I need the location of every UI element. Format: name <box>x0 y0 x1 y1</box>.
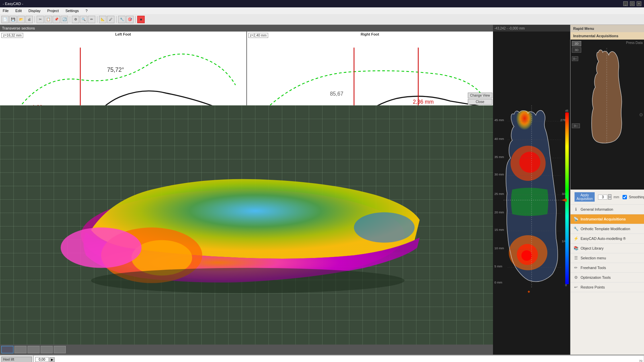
menu-optimization[interactable]: ⚙ Optimization Tools <box>571 273 644 282</box>
pressure-panel: -43,242 - -0,000 mm <box>493 25 570 355</box>
btn-2d[interactable]: 2D <box>572 41 581 46</box>
instrumental-acq-icon: 📡 <box>573 216 579 222</box>
tb-copy[interactable]: 📋 <box>45 16 52 23</box>
tb-zoom[interactable]: 🔍 <box>80 16 87 23</box>
btn-3d[interactable]: 3D <box>572 47 581 53</box>
svg-text:0: 0 <box>565 283 567 287</box>
window-controls: _ □ × <box>623 1 641 6</box>
menu-file[interactable]: File <box>1 9 10 13</box>
menu-instrumental-acq[interactable]: 📡 Instrumental Acquisitions <box>571 214 644 224</box>
view-strip <box>0 345 493 355</box>
freehand-label: Freehand Tools <box>581 266 606 270</box>
menu-help[interactable]: ? <box>84 9 89 13</box>
tb-sep5 <box>135 16 136 23</box>
view-thumb-5[interactable] <box>54 346 66 353</box>
menu-display[interactable]: Display <box>27 9 42 13</box>
press-data-controls: 0─ 0─ <box>572 56 578 61</box>
acq-up-arrow[interactable]: ▲ <box>608 194 611 197</box>
svg-text:⬥: ⬥ <box>527 289 530 294</box>
restore-label: Restore Points <box>581 285 605 289</box>
tb-tools[interactable]: 🔧 <box>118 16 126 23</box>
view3d <box>0 105 493 345</box>
close-btn[interactable]: × <box>637 1 641 6</box>
selection-label: Selection menu <box>581 256 606 260</box>
tb-open[interactable]: 📂 <box>17 16 25 23</box>
top-input[interactable]: 0─ <box>572 56 578 61</box>
easycad-icon: ⚡ <box>573 236 579 241</box>
menu-settings[interactable]: Settings <box>64 9 80 13</box>
optimization-label: Optimization Tools <box>581 275 611 279</box>
heel-lift-btn[interactable]: Heel lift <box>1 357 32 362</box>
acquisition-controls: Apply Acquisition ▲ ▼ mm Smoothing <box>571 190 644 205</box>
tb-stop[interactable]: ■ <box>137 16 145 23</box>
value-input-container: ▶ <box>35 357 55 362</box>
acq-arrows: ▲ ▼ <box>608 194 611 200</box>
svg-point-15 <box>61 227 142 268</box>
tb-settings[interactable]: ⚙ <box>72 16 79 23</box>
left-foot-section: Left Foot z=16,32 mm 75,72° <box>0 32 247 105</box>
smoothing-checkbox[interactable] <box>623 195 627 199</box>
tb-save[interactable]: 💾 <box>9 16 17 23</box>
bottom-input[interactable]: 0─ <box>572 123 580 128</box>
graph-area: ▶ 70 60 50 <box>34 355 644 362</box>
menu-project[interactable]: Project <box>46 9 60 13</box>
instrumental-acq-section-title: Instrumental Acquisitions <box>571 32 644 40</box>
menu-edit[interactable]: Edit <box>14 9 23 13</box>
object-library-icon: 📚 <box>573 246 579 251</box>
tb-cut[interactable]: ✂ <box>37 16 44 23</box>
graph-value-input[interactable] <box>35 357 49 362</box>
svg-text:0 mm: 0 mm <box>494 280 502 284</box>
tb-target[interactable]: 🎯 <box>126 16 134 23</box>
svg-text:35 mm: 35 mm <box>494 155 504 159</box>
app-title: - EasyCAD - <box>3 2 23 6</box>
menu-selection[interactable]: ☰ Selection menu <box>571 253 644 263</box>
svg-text:278: 278 <box>560 118 566 122</box>
tb-measure[interactable]: 📐 <box>99 16 106 23</box>
menu-freehand[interactable]: ✏ Freehand Tools <box>571 263 644 273</box>
menu-restore-points[interactable]: ↩ Restore Points <box>571 282 644 292</box>
right-sidebar: Rapid Menu Instrumental Acquisitions Pre… <box>570 25 644 355</box>
view-thumb-4[interactable] <box>41 346 53 353</box>
menu-object-library[interactable]: 📚 Object Library <box>571 244 644 253</box>
minimize-btn[interactable]: _ <box>623 1 628 6</box>
restore-icon: ↩ <box>573 285 579 290</box>
titlebar: - EasyCAD - _ □ × <box>0 0 644 7</box>
acq-value-input[interactable] <box>598 195 607 200</box>
graph-value-arrow[interactable]: ▶ <box>49 357 55 362</box>
tb-new[interactable]: 📄 <box>1 16 9 23</box>
menu-easycad-auto[interactable]: ⚡ EasyCAD Auto-modelling ® <box>571 234 644 244</box>
maximize-btn[interactable]: □ <box>630 1 635 6</box>
acq-down-arrow[interactable]: ▼ <box>608 197 611 200</box>
menu-sections-container: ℹ General Information 📡 Instrumental Acq… <box>571 205 644 355</box>
tb-print[interactable]: 🖨 <box>26 16 33 23</box>
view-thumb-3[interactable] <box>28 346 40 353</box>
y-label-70: 70 <box>639 359 642 362</box>
svg-point-23 <box>522 250 532 261</box>
tb-sep4 <box>116 16 116 23</box>
view-thumb-2[interactable] <box>14 346 27 353</box>
svg-text:30 mm: 30 mm <box>494 172 504 176</box>
close-section-btn[interactable]: Close <box>468 99 492 105</box>
pressure-coords: -43,242 - -0,000 mm <box>493 25 570 32</box>
svg-text:75,72°: 75,72° <box>107 66 124 73</box>
instrumental-acq-label: Instrumental Acquisitions <box>581 217 626 221</box>
general-info-icon: ℹ <box>573 207 579 212</box>
tb-undo[interactable]: 🔄 <box>61 16 68 23</box>
acq-value-input-wrap: ▲ ▼ <box>598 194 611 200</box>
apply-acquisition-btn[interactable]: Apply Acquisition <box>575 192 595 202</box>
svg-text:10 mm: 10 mm <box>494 246 504 250</box>
menu-general-info[interactable]: ℹ General Information <box>571 205 644 214</box>
svg-text:40 mm: 40 mm <box>494 137 504 141</box>
tb-paste[interactable]: 📌 <box>53 16 60 23</box>
svg-text:5 mm: 5 mm <box>494 264 502 268</box>
view-thumb-1[interactable] <box>1 346 13 353</box>
tb-edit[interactable]: ✏ <box>88 16 95 23</box>
freehand-icon: ✏ <box>573 265 579 270</box>
menu-orthotic-template[interactable]: 🔧 Orthotic Template Modification <box>571 224 644 234</box>
settings-icon[interactable]: ⚙ <box>639 112 643 117</box>
tb-draw[interactable]: 🖊 <box>107 16 114 23</box>
svg-point-18 <box>510 111 539 149</box>
svg-text:25 mm: 25 mm <box>494 192 504 196</box>
change-view-btn[interactable]: Change View <box>468 93 492 98</box>
orthotic-icon: 🔧 <box>573 226 579 231</box>
